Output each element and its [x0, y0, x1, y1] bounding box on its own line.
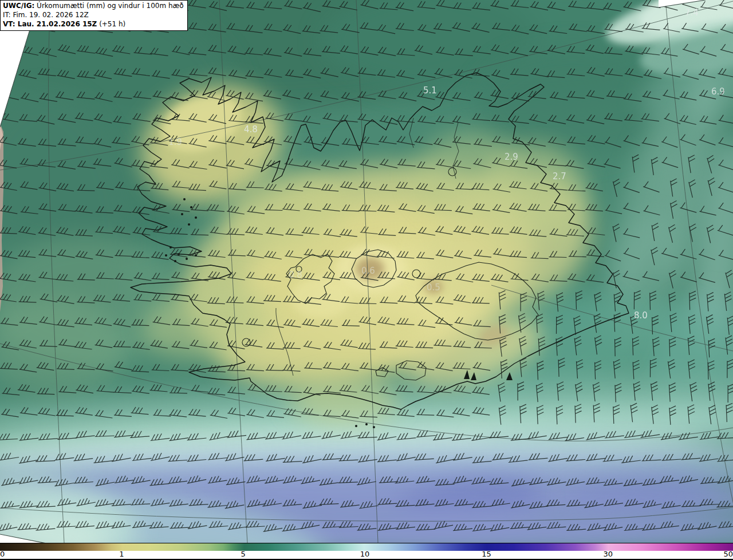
init-time-line: IT: Fim. 19. 02. 2026 12Z	[3, 11, 184, 20]
precip-extremum-label: 6.9	[711, 86, 725, 97]
precip-extremum-label: 2.9	[505, 152, 518, 162]
precip-extremum-label: 4.8	[244, 124, 258, 135]
precip-extremum-label: 5.1	[423, 85, 437, 96]
product-name: Úrkomumætti (mm) og vindur i 100m hæð	[34, 2, 183, 10]
weather-map-app: 7.46.95.14.81.92.92.78.00.80.60.5 UWC/IG…	[0, 0, 733, 560]
precip-extremum-label: 0.5	[427, 282, 440, 293]
colorbar: 01510153050	[0, 543, 733, 560]
colorbar-tick-label: 0	[0, 550, 5, 558]
colorbar-tick-label: 15	[482, 550, 491, 558]
model-id: UWC/IG:	[3, 2, 34, 10]
valid-time-bold: VT: Lau. 21.02.2026 15Z	[3, 20, 97, 28]
map-canvas: 7.46.95.14.81.92.92.78.00.80.60.5	[0, 0, 733, 543]
precip-extremum-label: 0.6	[361, 266, 375, 276]
colorbar-tick-label: 10	[360, 550, 370, 558]
colorbar-tick-label: 1	[119, 550, 124, 558]
colorbar-tick-label: 50	[723, 550, 733, 558]
colorbar-tick-label: 5	[241, 550, 246, 558]
precip-extremum-label: 1.9	[168, 137, 182, 147]
precip-extremum-label: 8.0	[634, 310, 648, 321]
precip-extremum-label: 0.8	[289, 270, 302, 280]
lead-time: (+51 h)	[97, 20, 125, 28]
product-title: UWC/IG: Úrkomumætti (mm) og vindur i 100…	[3, 2, 184, 11]
title-box: UWC/IG: Úrkomumætti (mm) og vindur i 100…	[0, 0, 188, 31]
colorbar-tick-labels: 01510153050	[0, 551, 733, 559]
precip-extremum-label: 7.4	[685, 7, 699, 18]
colorbar-tick-label: 30	[603, 550, 613, 558]
valid-time-line: VT: Lau. 21.02.2026 15Z (+51 h)	[3, 20, 184, 29]
precip-extremum-label: 2.7	[553, 171, 566, 182]
